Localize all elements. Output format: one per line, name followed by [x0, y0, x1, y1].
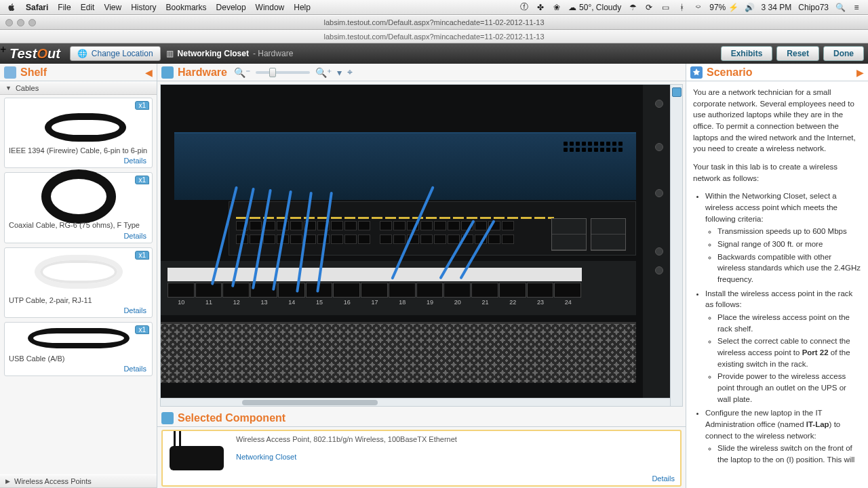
notifications-icon[interactable]: ≡ [852, 3, 861, 12]
menu-window[interactable]: Window [256, 3, 285, 12]
browser-window: labsim.testout.com/Default.aspx?mincache… [0, 15, 868, 488]
apple-logo-icon [7, 3, 16, 12]
spotlight-icon[interactable]: 🔍 [835, 3, 845, 12]
shelf-items: x1 IEEE 1394 (Firewire) Cable, 6-pin to … [0, 95, 157, 474]
item-name: USB Cable (A/B) [7, 351, 149, 363]
facebook-icon[interactable]: ⓕ [519, 3, 529, 12]
view-sidebar [670, 85, 682, 406]
scenario-header: Scenario ▶ [686, 64, 868, 81]
qty-badge: x1 [135, 251, 149, 260]
shelf-item-usb[interactable]: x1 USB Cable (A/B) Details [4, 322, 153, 376]
paw-icon[interactable]: ✤ [536, 3, 545, 12]
shelf-title: Shelf [20, 66, 47, 79]
selected-card[interactable]: Wireless Access Point, 802.11b/g/n Wirel… [161, 430, 682, 487]
menu-file[interactable]: File [58, 3, 71, 12]
collapse-shelf-icon[interactable]: ◀ [145, 67, 153, 78]
zoom-dropdown-icon[interactable]: ▾ [337, 67, 342, 78]
qty-badge: x1 [135, 101, 149, 110]
hardware-viewport[interactable]: 101112131415161718192021222324 [160, 84, 683, 407]
menu-history[interactable]: History [131, 3, 156, 12]
bluetooth-icon[interactable]: ᚼ [677, 3, 686, 12]
scenario-text[interactable]: You are a network technician for a small… [686, 81, 868, 488]
firewire-cable-image [31, 106, 126, 138]
selected-component-panel: Selected Component Wireless Access Point… [157, 409, 686, 488]
shelf-item-utp[interactable]: x1 UTP Cable, 2-pair, RJ-11 Details [4, 247, 153, 318]
hardware-icon [161, 66, 174, 79]
qty-badge: x1 [135, 325, 149, 334]
mac-menubar: Safari File Edit View History Bookmarks … [0, 0, 868, 15]
leaf-icon[interactable]: ❀ [552, 3, 561, 12]
shelf-item-coax[interactable]: x1 Coaxial Cable, RG-6 (75 ohms), F Type… [4, 172, 153, 243]
overview-icon[interactable] [672, 87, 682, 97]
display-icon[interactable]: ▭ [660, 3, 670, 12]
patch-ports[interactable] [167, 283, 582, 298]
menu-help[interactable]: Help [294, 3, 311, 12]
menu-bookmarks[interactable]: Bookmarks [166, 3, 207, 12]
add-tab-icon[interactable]: + [0, 43, 6, 55]
sync-icon[interactable]: ⟳ [644, 3, 654, 12]
wifi-icon[interactable]: ⌔ [693, 3, 703, 12]
scenario-title: Scenario [707, 66, 753, 79]
selected-name: Wireless Access Point, 802.11b/g/n Wirel… [236, 435, 641, 443]
shelf-item-firewire[interactable]: x1 IEEE 1394 (Firewire) Cable, 6-pin to … [4, 98, 153, 168]
hardware-panel: Hardware 🔍⁻ 🔍⁺ ▾ ⌖ [157, 64, 686, 488]
coax-cable-image [41, 169, 116, 224]
menu-view[interactable]: View [104, 3, 121, 12]
volume-icon[interactable]: 🔊 [745, 3, 755, 12]
hardware-header: Hardware 🔍⁻ 🔍⁺ ▾ ⌖ [157, 64, 686, 81]
selected-header: Selected Component [157, 409, 686, 427]
rack-shelf[interactable] [161, 322, 636, 383]
item-name: UTP Cable, 2-pair, RJ-11 [7, 293, 149, 305]
section-wap[interactable]: ▶Wireless Access Points [0, 474, 157, 488]
zoom-in-icon[interactable]: 🔍⁺ [315, 67, 332, 78]
router-device[interactable] [174, 132, 636, 200]
details-link[interactable]: Details [7, 230, 149, 241]
switch-ports-bottom[interactable] [236, 235, 514, 244]
star-icon [690, 66, 703, 79]
details-link[interactable]: Details [7, 363, 149, 374]
recenter-icon[interactable]: ⌖ [347, 66, 353, 78]
details-link[interactable]: Details [7, 155, 149, 166]
sfp-slots[interactable] [551, 218, 626, 251]
zoom-slider[interactable] [256, 71, 310, 74]
window-titlebar: labsim.testout.com/Default.aspx?mincache… [0, 15, 868, 30]
rack-rail [643, 85, 670, 398]
shelf-panel: Shelf ◀ ▼Cables x1 IEEE 1394 (Firewire) … [0, 64, 157, 488]
section-cables[interactable]: ▼Cables [0, 81, 157, 95]
switch-device[interactable] [229, 201, 636, 256]
wap-image [170, 446, 224, 470]
weather-text: 50°, Cloudy [579, 3, 621, 12]
url-bar[interactable]: labsim.testout.com/Default.aspx?mincache… [0, 30, 868, 43]
shelf-header: Shelf ◀ [0, 64, 157, 81]
clock[interactable]: 3 34 PM [762, 3, 792, 12]
menu-edit[interactable]: Edit [81, 3, 95, 12]
selected-icon [161, 412, 174, 424]
shelf-icon [4, 66, 16, 79]
menu-develop[interactable]: Develop [216, 3, 246, 12]
window-title: labsim.testout.com/Default.aspx?mincache… [0, 18, 868, 26]
scenario-panel: Scenario ▶ You are a network technician … [686, 64, 868, 488]
weather-widget[interactable]: ☁ 50°, Cloudy [568, 3, 621, 12]
qty-badge: x1 [135, 176, 149, 184]
hardware-title: Hardware [178, 66, 227, 79]
expand-scenario-icon[interactable]: ▶ [856, 67, 864, 78]
patch-panel[interactable]: 101112131415161718192021222324 [161, 261, 636, 315]
selected-location-link[interactable]: Networking Closet [236, 453, 641, 461]
app-name[interactable]: Safari [26, 3, 48, 12]
rack-canvas[interactable]: 101112131415161718192021222324 [161, 85, 670, 398]
umbrella-icon[interactable]: ☂ [628, 3, 637, 12]
zoom-out-icon[interactable]: 🔍⁻ [234, 67, 250, 78]
utp-cable-image [35, 255, 123, 289]
item-name: IEEE 1394 (Firewire) Cable, 6-pin to 6-p… [7, 143, 149, 155]
selected-details-link[interactable]: Details [646, 472, 680, 485]
patch-numbers: 101112131415161718192021222324 [167, 299, 582, 308]
horizontal-scrollbar[interactable] [161, 398, 670, 406]
selected-title: Selected Component [178, 412, 285, 424]
battery-status[interactable]: 97% ⚡ [709, 3, 738, 12]
user-name[interactable]: Chipo73 [798, 3, 829, 12]
details-link[interactable]: Details [7, 305, 149, 316]
usb-cable-image [28, 328, 130, 348]
